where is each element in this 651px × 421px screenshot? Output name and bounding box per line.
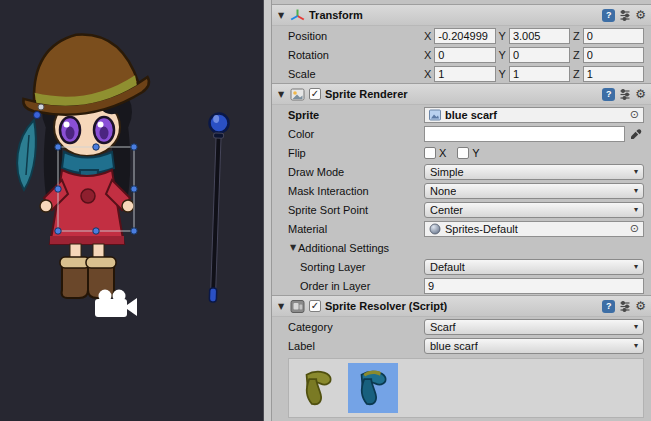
label-label: Label	[288, 340, 424, 352]
preset-icon[interactable]	[619, 9, 631, 21]
camera-gizmo-icon[interactable]	[95, 290, 137, 318]
flip-row: Flip X Y	[272, 143, 651, 162]
additional-settings-row[interactable]: ▼ Additional Settings	[272, 238, 651, 257]
position-row: Position X Y Z	[272, 26, 651, 45]
sprite-value: blue scarf	[445, 109, 497, 121]
mask-interaction-label: Mask Interaction	[288, 185, 424, 197]
help-icon[interactable]: ?	[602, 9, 615, 22]
position-y-input[interactable]	[509, 28, 570, 44]
scarf-thumbnail-0[interactable]	[293, 363, 343, 413]
material-object-field[interactable]: Sprites-Default ⊙	[424, 221, 644, 237]
object-picker-icon[interactable]: ⊙	[630, 108, 639, 122]
sorting-layer-label: Sorting Layer	[288, 261, 424, 273]
scene-canvas	[0, 0, 263, 421]
flip-x-label: X	[439, 147, 446, 159]
unity-editor-window: ▼ Transform ? ⚙	[0, 0, 651, 421]
feather	[17, 104, 44, 190]
order-in-layer-input[interactable]	[424, 278, 644, 294]
color-swatch[interactable]	[424, 126, 625, 142]
foldout-icon[interactable]: ▼	[276, 11, 286, 20]
sprite-thumbnail-icon	[429, 109, 441, 121]
foldout-icon[interactable]: ▼	[276, 90, 286, 99]
rotation-row: Rotation X Y Z	[272, 45, 651, 64]
scale-y-input[interactable]	[509, 66, 570, 82]
draw-mode-label: Draw Mode	[288, 166, 424, 178]
rotation-x-input[interactable]	[434, 47, 495, 63]
chevron-down-icon: ▾	[634, 205, 638, 214]
flip-x-checkbox[interactable]	[424, 147, 436, 159]
axis-x-label: X	[424, 30, 431, 42]
scarf-thumbnail-1[interactable]	[348, 363, 398, 413]
scale-z-input[interactable]	[583, 66, 644, 82]
sprite-label: Sprite	[288, 109, 424, 121]
material-row: Material Sprites-Default ⊙	[272, 219, 651, 238]
axis-y-label: Y	[499, 49, 506, 61]
preset-icon[interactable]	[619, 88, 631, 100]
enabled-checkbox[interactable]: ✓	[309, 300, 321, 312]
flip-y-checkbox[interactable]	[457, 147, 469, 159]
position-x-input[interactable]	[434, 28, 495, 44]
help-icon[interactable]: ?	[602, 88, 615, 101]
mask-interaction-value: None	[430, 185, 456, 197]
draw-mode-dropdown[interactable]: Simple ▾	[424, 164, 644, 180]
category-row: Category Scarf ▾	[272, 317, 651, 336]
help-icon[interactable]: ?	[602, 300, 615, 313]
foldout-icon[interactable]: ▼	[276, 302, 286, 311]
transform-header[interactable]: ▼ Transform ? ⚙	[272, 4, 651, 26]
scale-row: Scale X Y Z	[272, 64, 651, 83]
sprite-sort-point-dropdown[interactable]: Center ▾	[424, 202, 644, 218]
category-label: Category	[288, 321, 424, 333]
sprite-renderer-header[interactable]: ▼ ✓ Sprite Renderer ?	[272, 83, 651, 105]
flip-y-label: Y	[472, 147, 479, 159]
sprite-sort-point-row: Sprite Sort Point Center ▾	[272, 200, 651, 219]
chevron-down-icon: ▾	[634, 341, 638, 350]
axis-y-label: Y	[499, 68, 506, 80]
additional-settings-label: Additional Settings	[298, 242, 389, 254]
rotation-y-input[interactable]	[509, 47, 570, 63]
transform-title: Transform	[309, 9, 363, 21]
inspector-panel: ▼ Transform ? ⚙	[272, 0, 651, 421]
panel-divider[interactable]	[263, 0, 272, 421]
position-z-input[interactable]	[583, 28, 644, 44]
label-dropdown[interactable]: blue scarf ▾	[424, 338, 644, 354]
enabled-checkbox[interactable]: ✓	[309, 88, 321, 100]
scale-label: Scale	[288, 68, 424, 80]
scene-view[interactable]	[0, 0, 263, 421]
gear-icon[interactable]: ⚙	[635, 299, 646, 313]
draw-mode-row: Draw Mode Simple ▾	[272, 162, 651, 181]
staff-sprite[interactable]	[203, 113, 229, 302]
axis-x-label: X	[424, 49, 431, 61]
chevron-down-icon: ▾	[634, 186, 638, 195]
position-label: Position	[288, 30, 424, 42]
order-in-layer-label: Order in Layer	[288, 280, 424, 292]
sprite-resolver-header[interactable]: ▼ ✓ Sprite Resolver (Script) ?	[272, 295, 651, 317]
gear-icon[interactable]: ⚙	[635, 8, 646, 22]
scale-x-input[interactable]	[434, 66, 495, 82]
sprite-object-field[interactable]: blue scarf ⊙	[424, 107, 644, 123]
material-value: Sprites-Default	[445, 223, 518, 235]
foldout-icon[interactable]: ▼	[288, 243, 298, 252]
mask-interaction-dropdown[interactable]: None ▾	[424, 183, 644, 199]
eyedropper-icon[interactable]	[628, 126, 644, 142]
label-value: blue scarf	[430, 340, 478, 352]
material-label: Material	[288, 223, 424, 235]
draw-mode-value: Simple	[430, 166, 464, 178]
sprite-renderer-title: Sprite Renderer	[325, 88, 408, 100]
category-dropdown[interactable]: Scarf ▾	[424, 319, 644, 335]
rotation-z-input[interactable]	[583, 47, 644, 63]
character-sprite[interactable]	[13, 24, 152, 298]
sprite-sort-point-value: Center	[430, 204, 463, 216]
mask-interaction-row: Mask Interaction None ▾	[272, 181, 651, 200]
axis-x-label: X	[424, 68, 431, 80]
axis-y-label: Y	[499, 30, 506, 42]
chevron-down-icon: ▾	[634, 262, 638, 271]
color-label: Color	[288, 128, 424, 140]
object-picker-icon[interactable]: ⊙	[630, 222, 639, 236]
sorting-layer-dropdown[interactable]: Default ▾	[424, 259, 644, 275]
transform-icon	[290, 8, 305, 23]
gear-icon[interactable]: ⚙	[635, 87, 646, 101]
preset-icon[interactable]	[619, 300, 631, 312]
axis-z-label: Z	[573, 68, 580, 80]
sprite-row: Sprite blue scarf ⊙	[272, 105, 651, 124]
sorting-layer-row: Sorting Layer Default ▾	[272, 257, 651, 276]
